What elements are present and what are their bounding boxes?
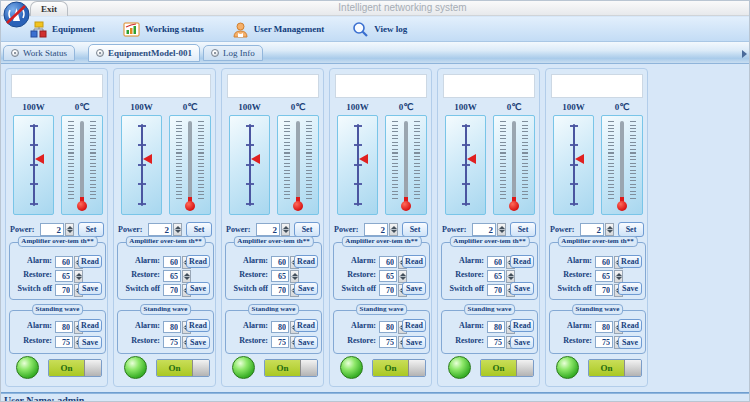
amp-switchoff-input[interactable]: [163, 284, 181, 296]
sw-restore-input[interactable]: [487, 336, 505, 348]
sw-restore-input[interactable]: [271, 336, 289, 348]
amp-restore-input[interactable]: [595, 270, 613, 282]
amp-read-button[interactable]: Read: [618, 255, 642, 268]
amp-read-button[interactable]: Read: [78, 255, 102, 268]
amp-save-button[interactable]: Save: [510, 282, 534, 295]
power-spinner[interactable]: [605, 223, 614, 236]
content-area: 100W 0℃ Power: Set Amplifier over-tem th…: [0, 65, 750, 392]
amp-alarm-input[interactable]: [55, 256, 73, 268]
toolbar-item-user-management[interactable]: User Management: [232, 21, 325, 38]
set-button[interactable]: Set: [510, 222, 536, 237]
sw-read-button[interactable]: Read: [78, 319, 102, 332]
amp-read-button[interactable]: Read: [186, 255, 210, 268]
amp-alarm-input[interactable]: [487, 256, 505, 268]
standing-wave-group-title: Standing wave: [572, 304, 624, 315]
power-toggle[interactable]: On: [588, 359, 642, 377]
power-spinner[interactable]: [281, 223, 290, 236]
amp-restore-input[interactable]: [379, 270, 397, 282]
power-input[interactable]: [148, 223, 172, 236]
power-toggle[interactable]: On: [372, 359, 426, 377]
sw-read-button[interactable]: Read: [294, 319, 318, 332]
power-input[interactable]: [256, 223, 280, 236]
toolbar-item-working-status[interactable]: Working status: [123, 21, 204, 38]
sw-alarm-input[interactable]: [487, 321, 505, 333]
power-input[interactable]: [364, 223, 388, 236]
sw-alarm-input[interactable]: [163, 321, 181, 333]
sw-save-button[interactable]: Save: [402, 336, 426, 349]
toggle-on-label: On: [49, 360, 84, 376]
toggle-knob[interactable]: [408, 360, 425, 376]
power-spinner[interactable]: [65, 223, 74, 236]
toggle-knob[interactable]: [84, 360, 101, 376]
amp-alarm-label: Alarm:: [226, 256, 268, 265]
amp-restore-label: Restore:: [334, 270, 376, 279]
amp-switchoff-input[interactable]: [55, 284, 73, 296]
amp-alarm-label: Alarm:: [118, 256, 160, 265]
power-input[interactable]: [580, 223, 604, 236]
amp-save-button[interactable]: Save: [78, 282, 102, 295]
sw-restore-input[interactable]: [379, 336, 397, 348]
amp-alarm-input[interactable]: [595, 256, 613, 268]
tab-log-info[interactable]: Log Info: [203, 45, 263, 61]
set-button[interactable]: Set: [402, 222, 428, 237]
toggle-knob[interactable]: [624, 360, 641, 376]
toggle-knob[interactable]: [192, 360, 209, 376]
tab-equipment-model-001[interactable]: EquipmentModel-001: [88, 44, 200, 62]
sw-read-button[interactable]: Read: [510, 319, 534, 332]
amp-save-button[interactable]: Save: [294, 282, 318, 295]
amp-read-button[interactable]: Read: [294, 255, 318, 268]
amp-restore-input[interactable]: [271, 270, 289, 282]
sw-alarm-input[interactable]: [55, 321, 73, 333]
amp-read-button[interactable]: Read: [510, 255, 534, 268]
power-toggle[interactable]: On: [480, 359, 534, 377]
power-input[interactable]: [472, 223, 496, 236]
amp-switchoff-input[interactable]: [595, 284, 613, 296]
amp-restore-input[interactable]: [487, 270, 505, 282]
amp-switchoff-input[interactable]: [271, 284, 289, 296]
toggle-knob[interactable]: [516, 360, 533, 376]
amp-save-button[interactable]: Save: [186, 282, 210, 295]
toggle-knob[interactable]: [300, 360, 317, 376]
amp-save-button[interactable]: Save: [618, 282, 642, 295]
amp-switchoff-input[interactable]: [487, 284, 505, 296]
amp-alarm-input[interactable]: [271, 256, 289, 268]
power-toggle[interactable]: On: [264, 359, 318, 377]
amp-alarm-input[interactable]: [379, 256, 397, 268]
amp-save-button[interactable]: Save: [402, 282, 426, 295]
sw-alarm-input[interactable]: [595, 321, 613, 333]
sw-read-button[interactable]: Read: [186, 319, 210, 332]
sw-alarm-input[interactable]: [379, 321, 397, 333]
sw-alarm-input[interactable]: [271, 321, 289, 333]
sw-save-button[interactable]: Save: [186, 336, 210, 349]
sw-restore-input[interactable]: [595, 336, 613, 348]
sw-save-button[interactable]: Save: [510, 336, 534, 349]
sw-restore-input[interactable]: [55, 336, 73, 348]
tab-work-status[interactable]: Work Status: [3, 45, 75, 61]
amp-restore-input[interactable]: [55, 270, 73, 282]
sw-save-button[interactable]: Save: [294, 336, 318, 349]
toolbar-item-view-log[interactable]: View log: [352, 21, 407, 38]
amp-switchoff-input[interactable]: [379, 284, 397, 296]
set-button[interactable]: Set: [78, 222, 104, 237]
power-spinner[interactable]: [497, 223, 506, 236]
power-spinner[interactable]: [389, 223, 398, 236]
sw-read-button[interactable]: Read: [618, 319, 642, 332]
toolbar-item-equipment[interactable]: Equipment: [30, 21, 95, 38]
sw-save-button[interactable]: Save: [618, 336, 642, 349]
power-toggle[interactable]: On: [156, 359, 210, 377]
amp-read-button[interactable]: Read: [402, 255, 426, 268]
amp-restore-input[interactable]: [163, 270, 181, 282]
amp-alarm-input[interactable]: [163, 256, 181, 268]
power-label: Power:: [550, 225, 574, 234]
sw-restore-input[interactable]: [163, 336, 181, 348]
sw-save-button[interactable]: Save: [78, 336, 102, 349]
power-input[interactable]: [40, 223, 64, 236]
set-button[interactable]: Set: [294, 222, 320, 237]
power-spinner[interactable]: [173, 223, 182, 236]
exit-button[interactable]: Exit: [30, 1, 68, 16]
set-button[interactable]: Set: [186, 222, 212, 237]
power-toggle[interactable]: On: [48, 359, 102, 377]
sw-read-button[interactable]: Read: [402, 319, 426, 332]
set-button[interactable]: Set: [618, 222, 644, 237]
tab-scroll-arrow-icon[interactable]: [742, 50, 747, 58]
